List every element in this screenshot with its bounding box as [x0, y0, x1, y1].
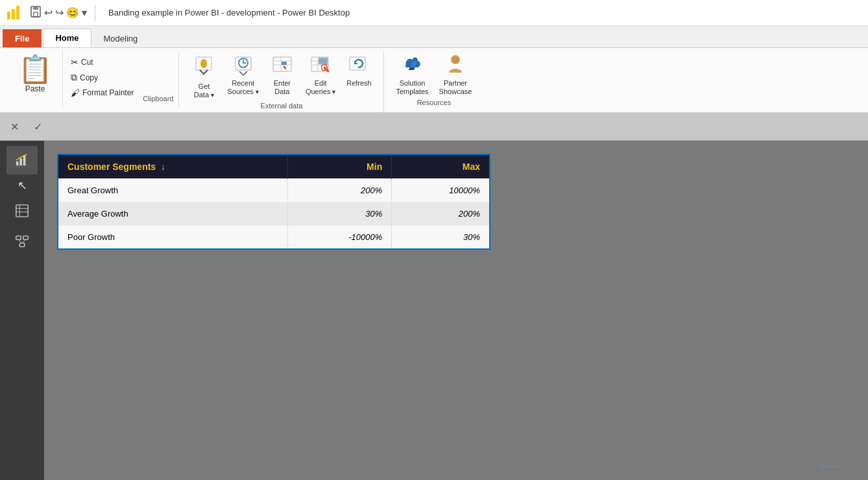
col-header-min: Min [288, 155, 392, 179]
smiley-icon[interactable]: 😊 [65, 5, 80, 20]
solution-templates-label: Solution Templates [396, 79, 428, 96]
resources-group: Solution Templates Partner Showcase Reso… [384, 51, 483, 109]
svg-rect-29 [23, 156, 26, 166]
sidebar-item-table[interactable] [6, 197, 38, 225]
svg-rect-34 [16, 236, 21, 240]
refresh-icon [347, 53, 370, 79]
dropdown-icon[interactable]: ▾ [80, 5, 88, 20]
table-row[interactable]: Average Growth 30% 200% [58, 202, 489, 226]
ribbon-tabs: File Home Modeling [0, 26, 868, 48]
title-divider [95, 5, 95, 21]
main-area: ↖ [0, 141, 868, 480]
sidebar-item-model[interactable] [6, 228, 38, 256]
resources-buttons: Solution Templates Partner Showcase [392, 51, 476, 99]
undo-icon[interactable]: ↩ [43, 5, 54, 20]
edit-queries-button[interactable]: Edit Queries ▾ [302, 51, 340, 99]
svg-rect-14 [282, 62, 287, 65]
solution-templates-icon [400, 53, 426, 79]
svg-rect-35 [23, 236, 28, 240]
app-logo [5, 4, 23, 22]
recent-sources-icon [232, 53, 255, 79]
table-row[interactable]: Poor Growth -10000% 30% [58, 226, 489, 249]
external-data-group: Get Data ▾ Recent Sources ▾ [179, 51, 384, 112]
svg-line-37 [19, 240, 23, 244]
svg-rect-5 [34, 12, 38, 17]
svg-point-7 [200, 59, 207, 68]
svg-rect-0 [7, 12, 10, 19]
recent-sources-label: Recent Sources ▾ [227, 79, 258, 96]
refresh-label: Refresh [346, 79, 372, 88]
redo-icon[interactable]: ↪ [54, 5, 65, 20]
accept-formula-button[interactable]: ✓ [29, 118, 47, 136]
tab-home[interactable]: Home [43, 29, 91, 47]
canvas-area: Customer Segments ↓ Min Max Great Growth [44, 141, 868, 480]
watermark: sqlbi.com [819, 459, 858, 473]
cut-button[interactable]: ✂ Cut [68, 56, 136, 69]
clipboard-group: 📋 Paste ✂ Cut ⧉ Copy 🖌 Format Painter Cl… [5, 51, 179, 108]
cell-segment-2: Average Growth [58, 202, 288, 226]
partner-showcase-label: Partner Showcase [439, 79, 472, 96]
sidebar-item-report[interactable] [6, 146, 38, 174]
external-data-label: External data [261, 102, 303, 112]
svg-rect-30 [16, 205, 28, 217]
data-table-wrapper[interactable]: Customer Segments ↓ Min Max Great Growth [57, 154, 490, 250]
refresh-button[interactable]: Refresh [342, 51, 376, 90]
paste-button[interactable]: 📋 Paste [13, 53, 57, 96]
app-title: Banding example in Power BI - developmen… [108, 8, 350, 18]
clipboard-label: Clipboard [143, 95, 173, 105]
formula-bar: ✕ ✓ [0, 114, 868, 141]
svg-rect-4 [33, 6, 38, 10]
copy-button[interactable]: ⧉ Copy [68, 71, 136, 84]
enter-data-icon [271, 53, 294, 79]
paste-icon: 📋 [18, 56, 52, 83]
partner-showcase-button[interactable]: Partner Showcase [435, 51, 476, 99]
cut-icon: ✂ [71, 57, 78, 67]
cell-max-3: 30% [392, 226, 489, 249]
get-data-label: Get Data ▾ [194, 82, 214, 99]
cancel-formula-button[interactable]: ✕ [5, 118, 23, 136]
edit-queries-icon [309, 53, 332, 79]
cell-min-1: 200% [288, 179, 392, 202]
tab-modeling[interactable]: Modeling [91, 29, 151, 47]
cell-min-2: 30% [288, 202, 392, 226]
table-row[interactable]: Great Growth 200% 10000% [58, 179, 489, 202]
tab-file[interactable]: File [3, 29, 42, 47]
col-header-max: Max [392, 155, 489, 179]
cell-max-2: 200% [392, 202, 489, 226]
copy-icon: ⧉ [71, 72, 77, 83]
edit-queries-label: Edit Queries ▾ [306, 79, 336, 96]
title-bar: ↩ ↪ 😊 ▾ Banding example in Power BI - de… [0, 0, 868, 26]
resources-label: Resources [417, 99, 452, 109]
svg-rect-1 [12, 9, 15, 19]
save-icon[interactable] [29, 5, 43, 21]
svg-line-38 [22, 240, 26, 244]
sort-arrow-icon: ↓ [161, 162, 165, 172]
svg-rect-19 [319, 58, 328, 64]
paste-label: Paste [25, 84, 45, 93]
svg-rect-36 [19, 243, 24, 247]
format-painter-button[interactable]: 🖌 Format Painter [68, 86, 136, 99]
partner-showcase-icon [444, 53, 467, 79]
get-data-icon [192, 53, 215, 81]
svg-rect-28 [19, 159, 22, 166]
cell-min-3: -10000% [288, 226, 392, 249]
cell-segment-1: Great Growth [58, 179, 288, 202]
data-table: Customer Segments ↓ Min Max Great Growth [58, 155, 489, 248]
svg-rect-2 [16, 6, 19, 19]
col-header-segment: Customer Segments ↓ [58, 155, 288, 179]
cursor-indicator: ↖ [18, 177, 27, 194]
cell-max-1: 10000% [392, 179, 489, 202]
solution-templates-button[interactable]: Solution Templates [392, 51, 432, 99]
ribbon-content: 📋 Paste ✂ Cut ⧉ Copy 🖌 Format Painter Cl… [0, 48, 868, 114]
left-sidebar: ↖ [0, 141, 44, 480]
enter-data-label: Enter Data [274, 79, 291, 96]
cell-segment-3: Poor Growth [58, 226, 288, 249]
get-data-button[interactable]: Get Data ▾ [187, 51, 221, 102]
external-data-buttons: Get Data ▾ Recent Sources ▾ [187, 51, 376, 102]
format-painter-icon: 🖌 [71, 88, 80, 98]
recent-sources-button[interactable]: Recent Sources ▾ [223, 51, 262, 99]
enter-data-button[interactable]: Enter Data [265, 51, 299, 99]
svg-rect-27 [16, 162, 19, 165]
svg-text:sqlbi.com: sqlbi.com [819, 463, 841, 469]
